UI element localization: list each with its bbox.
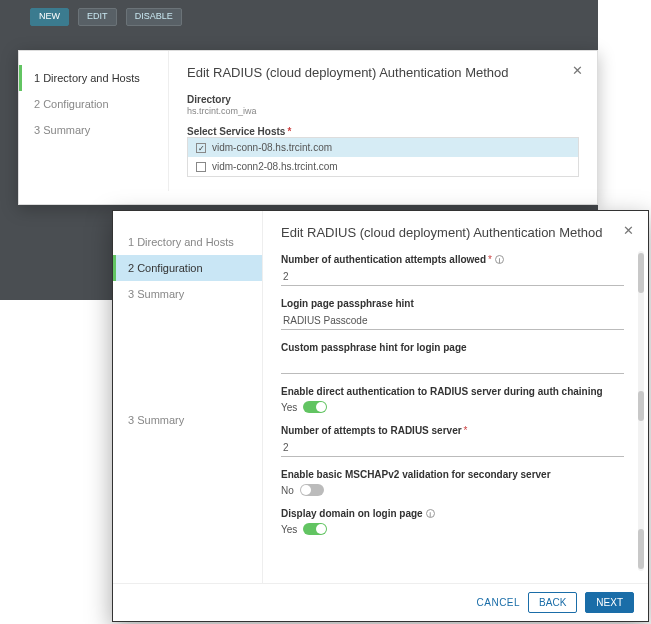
directory-value: hs.trcint.com_iwa (187, 106, 579, 116)
direct-auth-label: Enable direct authentication to RADIUS s… (281, 386, 624, 397)
custom-hint-label: Custom passphrase hint for login page (281, 342, 624, 353)
step2-content: ✕ Edit RADIUS (cloud deployment) Authent… (263, 211, 648, 583)
step1-content: ✕ Edit RADIUS (cloud deployment) Authent… (169, 51, 597, 191)
directory-label: Directory (187, 94, 579, 105)
step-configuration[interactable]: 2 Configuration (113, 255, 262, 281)
disable-button[interactable]: DISABLE (126, 8, 182, 26)
info-icon[interactable]: i (495, 255, 504, 264)
direct-auth-toggle[interactable] (303, 401, 327, 413)
direct-auth-state: Yes (281, 402, 297, 413)
dialog-title: Edit RADIUS (cloud deployment) Authentic… (187, 65, 579, 80)
step-configuration[interactable]: 2 Configuration (19, 91, 168, 117)
step-summary[interactable]: 3 Summary (19, 117, 168, 143)
auth-attempts-label: Number of authentication attempts allowe… (281, 254, 624, 265)
next-button[interactable]: NEXT (585, 592, 634, 613)
close-icon[interactable]: ✕ (623, 223, 634, 238)
dialog-footer: CANCEL BACK NEXT (113, 583, 648, 621)
display-domain-state: Yes (281, 524, 297, 535)
step-directory-and-hosts[interactable]: 1 Directory and Hosts (113, 229, 262, 255)
radius-attempts-input[interactable] (281, 439, 624, 457)
page-top-toolbar: NEW EDIT DISABLE (0, 0, 598, 35)
scroll-thumb[interactable] (638, 391, 644, 421)
wizard-sidebar: 1 Directory and Hosts 2 Configuration 3 … (19, 51, 169, 191)
radius-attempts-label: Number of attempts to RADIUS server* (281, 425, 624, 436)
dialog-title: Edit RADIUS (cloud deployment) Authentic… (281, 225, 624, 240)
info-icon[interactable]: i (426, 509, 435, 518)
step-directory-and-hosts[interactable]: 1 Directory and Hosts (19, 65, 168, 91)
service-hosts-list: ✓ vidm-conn-08.hs.trcint.com vidm-conn2-… (187, 137, 579, 177)
mschap-state: No (281, 485, 294, 496)
cancel-button[interactable]: CANCEL (477, 597, 521, 608)
passphrase-hint-label: Login page passphrase hint (281, 298, 624, 309)
step-summary-dup: 3 Summary (113, 407, 262, 433)
custom-hint-input[interactable] (281, 356, 624, 374)
display-domain-toggle[interactable] (303, 523, 327, 535)
edit-radius-modal-step2: 1 Directory and Hosts 2 Configuration 3 … (112, 210, 649, 622)
new-button[interactable]: NEW (30, 8, 69, 26)
mschap-label: Enable basic MSCHAPv2 validation for sec… (281, 469, 624, 480)
scroll-thumb[interactable] (638, 529, 644, 569)
wizard-sidebar: 1 Directory and Hosts 2 Configuration 3 … (113, 211, 263, 583)
hosts-label: Select Service Hosts* (187, 126, 579, 137)
checkbox-unchecked-icon[interactable] (196, 162, 206, 172)
host-name: vidm-conn-08.hs.trcint.com (212, 142, 332, 153)
back-button[interactable]: BACK (528, 592, 577, 613)
scrollbar[interactable] (638, 251, 644, 571)
edit-button[interactable]: EDIT (78, 8, 117, 26)
mschap-toggle[interactable] (300, 484, 324, 496)
host-name: vidm-conn2-08.hs.trcint.com (212, 161, 338, 172)
auth-attempts-input[interactable] (281, 268, 624, 286)
checkbox-checked-icon[interactable]: ✓ (196, 143, 206, 153)
passphrase-hint-input[interactable] (281, 312, 624, 330)
scroll-thumb[interactable] (638, 253, 644, 293)
close-icon[interactable]: ✕ (572, 63, 583, 78)
display-domain-label: Display domain on login pagei (281, 508, 624, 519)
host-row[interactable]: ✓ vidm-conn-08.hs.trcint.com (188, 138, 578, 157)
step-summary[interactable]: 3 Summary (113, 281, 262, 307)
edit-radius-modal-step1: 1 Directory and Hosts 2 Configuration 3 … (18, 50, 598, 205)
host-row[interactable]: vidm-conn2-08.hs.trcint.com (188, 157, 578, 176)
